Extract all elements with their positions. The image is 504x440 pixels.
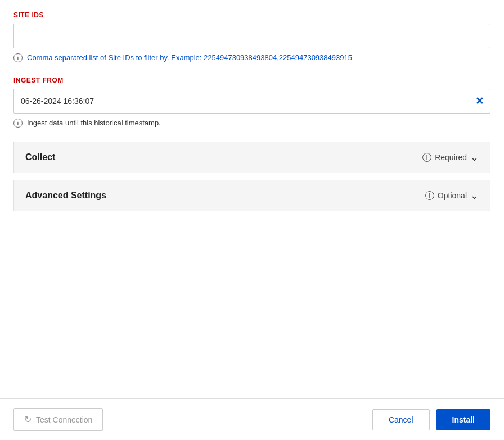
advanced-settings-badge-label: Optional [438,191,467,200]
site-ids-input[interactable] [14,24,490,48]
site-ids-label: SITE IDS [14,11,490,19]
close-icon: ✕ [475,96,484,106]
collect-section-title: Collect [25,152,55,162]
collect-chevron-down-icon: ⌄ [470,151,479,164]
site-ids-section: SITE IDS i Comma separated list of Site … [14,11,490,63]
advanced-settings-section: Advanced Settings i Optional ⌄ [14,180,490,211]
test-connection-label: Test Connection [36,415,92,424]
ingest-from-label: INGEST FROM [14,76,490,84]
ingest-from-clear-button[interactable]: ✕ [475,96,484,106]
collect-section: Collect i Required ⌄ [14,142,490,173]
collect-section-right: i Required ⌄ [422,151,479,164]
footer-right: Cancel Install [372,409,490,430]
ingest-from-input-wrapper: ✕ [14,89,490,114]
site-ids-hint-text: Comma separated list of Site IDs to filt… [27,53,352,63]
ingest-from-input[interactable] [14,89,490,114]
cancel-button[interactable]: Cancel [372,409,430,430]
advanced-settings-section-header[interactable]: Advanced Settings i Optional ⌄ [14,180,490,211]
collect-section-header[interactable]: Collect i Required ⌄ [14,142,490,173]
advanced-settings-chevron-down-icon: ⌄ [470,189,479,202]
site-ids-hint-row: i Comma separated list of Site IDs to fi… [14,53,490,63]
advanced-settings-title: Advanced Settings [25,190,106,201]
install-button[interactable]: Install [436,409,490,430]
ingest-from-info-icon: i [14,119,22,128]
advanced-settings-right: i Optional ⌄ [425,189,479,202]
refresh-icon: ↻ [24,414,32,425]
ingest-from-hint-row: i Ingest data until this historical time… [14,118,490,128]
test-connection-button[interactable]: ↻ Test Connection [14,408,103,431]
ingest-from-section: INGEST FROM ✕ i Ingest data until this h… [14,76,490,128]
collect-info-icon: i [422,153,431,162]
footer-bar: ↻ Test Connection Cancel Install [0,398,504,440]
ingest-from-hint-text: Ingest data until this historical timest… [27,118,161,128]
site-ids-info-icon: i [14,53,22,62]
collect-badge-label: Required [435,153,467,162]
advanced-settings-info-icon: i [425,191,434,200]
